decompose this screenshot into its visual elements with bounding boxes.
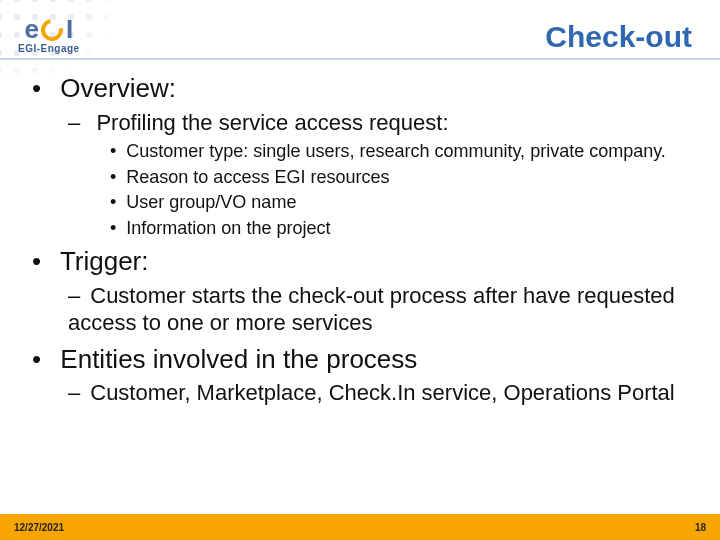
slide-body: Overview: Profiling the service access r… xyxy=(32,66,692,413)
footer-date: 12/27/2021 xyxy=(14,522,64,533)
bullet-profiling-a: Customer type: single users, research co… xyxy=(110,140,692,163)
bullet-trigger-sub: Customer starts the check-out process af… xyxy=(68,282,692,337)
bullet-entities-label: Entities involved in the process xyxy=(60,344,417,374)
slide-title: Check-out xyxy=(545,20,692,54)
footer-page-number: 18 xyxy=(695,522,706,533)
bullet-overview-profiling-label: Profiling the service access request: xyxy=(96,110,448,135)
logo-mark: e I xyxy=(24,14,73,45)
logo-ring-icon xyxy=(37,14,68,45)
bullet-trigger: Trigger: Customer starts the check-out p… xyxy=(32,245,692,337)
bullet-overview: Overview: Profiling the service access r… xyxy=(32,72,692,239)
bullet-profiling-d: Information on the project xyxy=(110,217,692,240)
title-underline xyxy=(0,58,720,60)
logo-letter-e: e xyxy=(24,14,37,45)
logo-subline: EGI-Engage xyxy=(18,43,80,54)
slide: e I EGI-Engage Check-out Overview: Profi… xyxy=(0,0,720,540)
bullet-profiling-c: User group/VO name xyxy=(110,191,692,214)
logo: e I EGI-Engage xyxy=(18,14,80,54)
bullet-overview-label: Overview: xyxy=(60,73,176,103)
bullet-entities-sub: Customer, Marketplace, Check.In service,… xyxy=(68,379,692,407)
bullet-profiling-b: Reason to access EGI resources xyxy=(110,166,692,189)
bullet-entities: Entities involved in the process Custome… xyxy=(32,343,692,407)
bullet-overview-profiling: Profiling the service access request: Cu… xyxy=(68,109,692,240)
bullet-trigger-label: Trigger: xyxy=(60,246,149,276)
footer-bar: 12/27/2021 18 xyxy=(0,514,720,540)
logo-letter-i: I xyxy=(66,14,73,45)
